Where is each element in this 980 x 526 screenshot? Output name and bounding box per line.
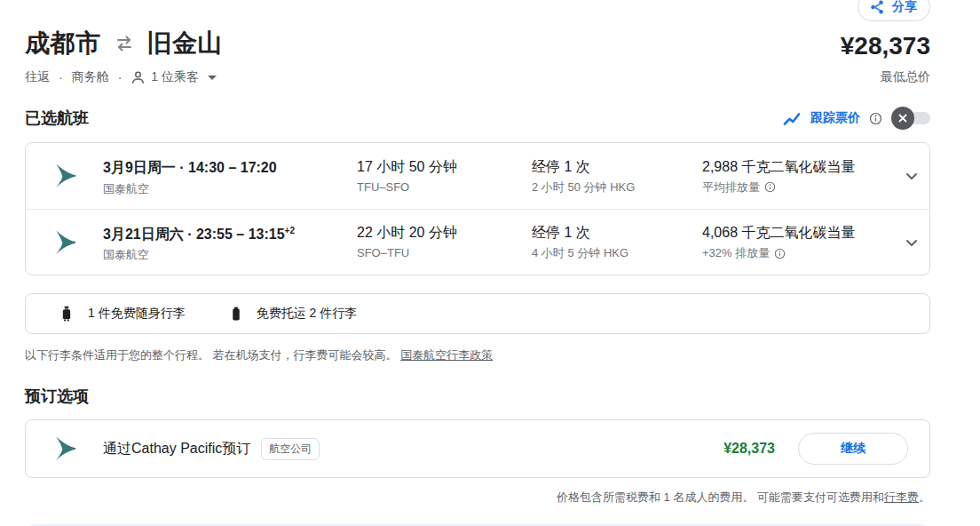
price-caption: 最低总价 bbox=[881, 69, 930, 85]
track-price-toggle[interactable] bbox=[891, 107, 930, 130]
separator-dot: · bbox=[57, 70, 65, 84]
chevron-down-icon bbox=[208, 76, 217, 80]
booking-price: ¥28,373 bbox=[723, 441, 775, 457]
cathay-pacific-logo-icon bbox=[49, 227, 81, 259]
origin-city: 成都市 bbox=[25, 27, 101, 60]
cathay-pacific-logo-icon bbox=[49, 433, 81, 465]
baggage-disclaimer: 以下行李条件适用于您的整个行程。 若在机场支付，行李费可能会较高。 国泰航空行李… bbox=[25, 347, 930, 363]
chevron-down-icon bbox=[901, 232, 922, 253]
chevron-down-icon bbox=[901, 165, 922, 187]
flight-stops: 经停 1 次 bbox=[532, 224, 702, 242]
checked-bag-label: 免费托运 2 件行李 bbox=[257, 306, 358, 322]
carry-on-allowance: 1 件免费随身行李 bbox=[58, 304, 186, 323]
flight-booking-page: 分享 成都市 旧金山 ¥28,373 往返 · 商务舱 · bbox=[0, 0, 980, 526]
share-icon bbox=[869, 0, 885, 15]
baggage-fees-link[interactable]: 行李费 bbox=[884, 490, 919, 504]
person-icon bbox=[130, 70, 146, 85]
flight-duration: 22 小时 20 分钟 bbox=[357, 224, 532, 242]
emissions-note: +32% 排放量 bbox=[702, 246, 770, 260]
trip-type: 往返 bbox=[25, 69, 50, 85]
passenger-selector[interactable]: 1 位乘客 bbox=[130, 69, 217, 85]
flight-route: SFO–TFU bbox=[357, 246, 532, 260]
total-price: ¥28,373 bbox=[841, 32, 930, 60]
flight-datetime: 3月21日周六 · 23:55 – 13:15+2 bbox=[103, 222, 357, 243]
emissions-note: 平均排放量 bbox=[702, 180, 760, 195]
provider-type-badge: 航空公司 bbox=[261, 438, 320, 460]
baggage-policy-link[interactable]: 国泰航空行李政策 bbox=[400, 348, 493, 362]
expand-flight-button[interactable] bbox=[893, 165, 929, 187]
flight-row-outbound[interactable]: 3月9日周一 · 14:30 – 17:20 国泰航空 17 小时 50 分钟 … bbox=[26, 143, 929, 209]
info-icon[interactable] bbox=[764, 181, 776, 193]
passenger-count: 1 位乘客 bbox=[151, 69, 199, 85]
share-button[interactable]: 分享 bbox=[858, 0, 930, 21]
info-icon[interactable] bbox=[774, 248, 786, 259]
flight-emissions: 4,068 千克二氧化碳当量 bbox=[702, 224, 893, 242]
flight-emissions: 2,988 千克二氧化碳当量 bbox=[702, 158, 893, 176]
header: 成都市 旧金山 ¥28,373 bbox=[25, 0, 930, 60]
flight-duration: 17 小时 50 分钟 bbox=[357, 158, 532, 176]
info-icon[interactable] bbox=[869, 112, 882, 125]
trip-summary-row: 往返 · 商务舱 · 1 位乘客 最低总价 bbox=[25, 69, 930, 85]
selected-flights-card: 3月9日周一 · 14:30 – 17:20 国泰航空 17 小时 50 分钟 … bbox=[25, 142, 930, 275]
track-price-group: 跟踪票价 bbox=[782, 107, 930, 130]
booking-options-heading: 预订选项 bbox=[25, 386, 930, 407]
toggle-knob-x-icon bbox=[891, 107, 914, 130]
separator-dot: · bbox=[116, 70, 124, 84]
checked-bag-icon bbox=[228, 304, 244, 323]
track-price-label[interactable]: 跟踪票价 bbox=[810, 110, 860, 126]
checked-bag-allowance: 免费托运 2 件行李 bbox=[228, 304, 358, 323]
flight-route: TFU–SFO bbox=[357, 180, 532, 195]
expand-flight-button[interactable] bbox=[893, 232, 929, 253]
price-footnote: 价格包含所需税费和 1 名成人的费用。 可能需要支付可选费用和行李费。 bbox=[25, 490, 930, 505]
continue-button[interactable]: 继续 bbox=[798, 433, 908, 465]
baggage-allowance-card: 1 件免费随身行李 免费托运 2 件行李 bbox=[25, 293, 930, 334]
flight-row-return[interactable]: 3月21日周六 · 23:55 – 13:15+2 国泰航空 22 小时 20 … bbox=[26, 209, 929, 275]
cathay-pacific-logo-icon bbox=[49, 160, 81, 192]
price-graph-icon bbox=[782, 110, 802, 127]
carry-on-label: 1 件免费随身行李 bbox=[88, 306, 186, 322]
airline-name: 国泰航空 bbox=[103, 248, 357, 262]
cabin-class: 商务舱 bbox=[72, 69, 109, 85]
destination-city: 旧金山 bbox=[147, 27, 224, 60]
carry-on-bag-icon bbox=[58, 304, 75, 323]
share-label: 分享 bbox=[892, 0, 917, 15]
flight-datetime: 3月9日周一 · 14:30 – 17:20 bbox=[103, 155, 357, 177]
selected-flights-heading: 已选航班 bbox=[25, 108, 89, 129]
airline-name: 国泰航空 bbox=[103, 182, 357, 196]
flight-layover: 4 小时 5 分钟 HKG bbox=[532, 246, 702, 260]
flight-stops: 经停 1 次 bbox=[532, 158, 702, 176]
swap-route-icon bbox=[114, 33, 135, 54]
booking-option-card: 通过Cathay Pacific预订 航空公司 ¥28,373 继续 bbox=[25, 419, 930, 478]
booking-provider: 通过Cathay Pacific预订 bbox=[103, 440, 250, 458]
flight-layover: 2 小时 50 分钟 HKG bbox=[532, 180, 702, 195]
